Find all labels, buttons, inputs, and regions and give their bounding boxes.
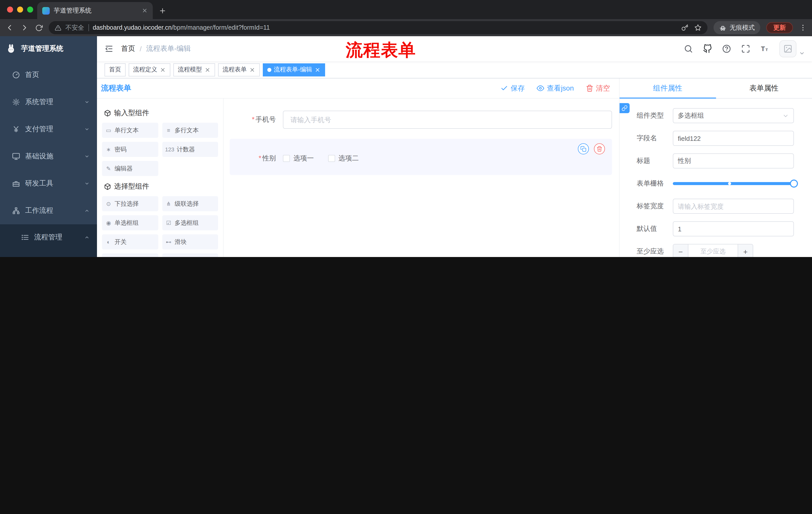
browser-update-button[interactable]: 更新: [766, 22, 793, 33]
palette-item-radio-group[interactable]: ◉单选框组: [102, 215, 158, 231]
help-icon[interactable]: [722, 44, 731, 53]
tab-form-props[interactable]: 表单属性: [716, 78, 812, 98]
palette-item-cascader[interactable]: ⋔级联选择: [162, 196, 218, 211]
slider-knob[interactable]: [790, 180, 798, 188]
palette-item-select[interactable]: ⊙下拉选择: [102, 196, 158, 211]
sidebar-item-process-mgmt[interactable]: 流程管理: [0, 224, 97, 250]
field-phone[interactable]: *手机号: [230, 111, 612, 129]
trash-icon: [586, 84, 593, 92]
required-mark: *: [252, 116, 255, 123]
slider-stop: [728, 182, 731, 185]
tag-process-form[interactable]: 流程表单: [218, 63, 260, 76]
sidebar-item-process-form[interactable]: 流程表单: [0, 250, 97, 257]
palette-item-counter[interactable]: 123计数器: [162, 142, 218, 157]
gender-option-2-checkbox[interactable]: 选项二: [328, 154, 359, 163]
chevron-down-icon: [782, 112, 789, 119]
phone-input[interactable]: [283, 111, 612, 129]
hamburger-icon[interactable]: [97, 44, 121, 54]
title-input[interactable]: [673, 154, 794, 168]
palette-item-password[interactable]: ∗密码: [102, 142, 158, 157]
navbar-actions: [684, 40, 812, 57]
close-icon[interactable]: [315, 66, 321, 73]
tab-close-icon[interactable]: [142, 7, 148, 13]
component-icon: 123: [165, 146, 174, 153]
palette-section-title: 输入型组件: [104, 109, 218, 118]
increase-button[interactable]: +: [737, 244, 753, 257]
label-width-input[interactable]: [673, 199, 794, 214]
screen: 芋道管理系统 不安全 dashboard.yudao.iocoder.cn/bp…: [0, 0, 812, 257]
reload-icon[interactable]: [35, 24, 43, 31]
form-grid-slider[interactable]: [673, 176, 794, 191]
tag-home[interactable]: 首页: [105, 63, 126, 76]
clear-button[interactable]: 清空: [586, 84, 610, 93]
min-select-input[interactable]: [688, 244, 737, 257]
close-icon[interactable]: [249, 66, 255, 73]
broken-image-icon: [783, 44, 792, 53]
design-canvas[interactable]: *手机号 *性别 选项一: [224, 99, 619, 257]
breadcrumb-home[interactable]: 首页: [121, 44, 135, 53]
sidebar-item-devtools[interactable]: 研发工具: [0, 170, 97, 197]
palette-item-slider[interactable]: ⊷滑块: [162, 234, 218, 249]
github-icon[interactable]: [703, 44, 712, 53]
default-value-input[interactable]: [673, 221, 794, 236]
view-json-button[interactable]: 查看json: [537, 84, 574, 93]
palette-item-editor[interactable]: ✎编辑器: [102, 161, 158, 176]
sidebar-item-system[interactable]: 系统管理: [0, 88, 97, 116]
font-size-icon[interactable]: [760, 44, 769, 53]
sidebar-item-payment[interactable]: 支付管理: [0, 116, 97, 143]
field-gender-selected[interactable]: *性别 选项一 选项二: [230, 139, 612, 175]
palette-item-checkbox-group[interactable]: ☑多选框组: [162, 215, 218, 231]
user-menu[interactable]: [779, 40, 805, 57]
close-icon[interactable]: [160, 66, 166, 73]
palette-item-switch[interactable]: ◐开关: [102, 234, 158, 249]
decrease-button[interactable]: −: [673, 244, 688, 257]
save-button[interactable]: 保存: [501, 84, 525, 93]
palette-item-time-picker[interactable]: ◷时间选择: [102, 253, 158, 257]
browser-menu-icon[interactable]: [799, 24, 807, 32]
default-value-label: 默认值: [637, 224, 669, 233]
address-bar[interactable]: 不安全 dashboard.yudao.iocoder.cn/bpm/manag…: [49, 21, 707, 34]
delete-field-button[interactable]: [594, 143, 605, 154]
search-icon[interactable]: [684, 44, 693, 53]
sidebar-item-infra[interactable]: 基础设施: [0, 143, 97, 170]
fullscreen-icon[interactable]: [741, 44, 750, 53]
palette-item-time-range[interactable]: ◴时间范围: [162, 253, 218, 257]
minimize-window-button[interactable]: [17, 6, 23, 12]
close-window-button[interactable]: [7, 6, 13, 12]
gear-icon: [12, 98, 20, 106]
tag-process-definition[interactable]: 流程定义: [128, 63, 170, 76]
field-name-label: 字段名: [637, 134, 669, 143]
slider-track[interactable]: [673, 182, 794, 185]
palette-item-single-text[interactable]: ▭单行文本: [102, 123, 158, 138]
tags-view: 首页 流程定义 流程模型 流程表单 流程表单-编辑: [97, 61, 812, 78]
forward-icon[interactable]: [20, 23, 29, 32]
active-dot: [267, 67, 271, 72]
field-name-input[interactable]: [673, 131, 794, 146]
new-tab-button[interactable]: [159, 7, 166, 15]
password-key-icon[interactable]: [682, 24, 688, 31]
back-icon[interactable]: [5, 23, 14, 32]
component-type-select[interactable]: 多选框组: [673, 108, 794, 123]
browser-toolbar: 不安全 dashboard.yudao.iocoder.cn/bpm/manag…: [0, 19, 812, 36]
browser-tab[interactable]: 芋道管理系统: [37, 2, 153, 19]
palette-section-title: 选择型组件: [104, 182, 218, 191]
zoom-window-button[interactable]: [27, 6, 33, 12]
designer-header: 流程表单 保存 查看json 清空: [97, 78, 619, 99]
close-icon[interactable]: [204, 66, 210, 73]
copy-field-button[interactable]: [578, 143, 589, 154]
not-secure-warning-icon: [55, 24, 61, 31]
security-label: 不安全: [65, 23, 84, 32]
tag-process-form-edit[interactable]: 流程表单-编辑: [263, 63, 325, 76]
sidebar-item-home[interactable]: 首页: [0, 61, 97, 88]
tag-process-model[interactable]: 流程模型: [173, 63, 215, 76]
min-select-stepper: − +: [673, 244, 753, 257]
avatar[interactable]: [779, 40, 796, 57]
yen-icon: [12, 125, 20, 133]
gender-option-1-checkbox[interactable]: 选项一: [283, 154, 314, 163]
form-designer: 流程表单 保存 查看json 清空 输入型组件 ▭单行文本: [97, 78, 812, 257]
sidebar-item-workflow[interactable]: 工作流程: [0, 197, 97, 224]
palette-item-multi-text[interactable]: ≡多行文本: [162, 123, 218, 138]
bookmark-star-icon[interactable]: [694, 24, 701, 31]
tab-component-props[interactable]: 组件属性: [619, 78, 716, 98]
component-type-label: 组件类型: [637, 111, 669, 120]
